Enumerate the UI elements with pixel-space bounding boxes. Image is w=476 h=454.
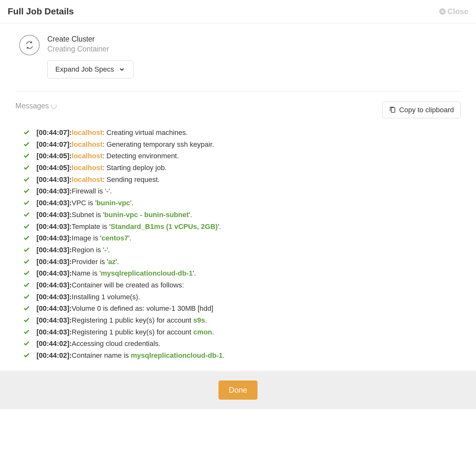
modal-content: Create Cluster Creating Container Expand… [0, 23, 476, 371]
message-timestamp: [00:44:03]: [36, 304, 72, 312]
message-timestamp: [00:44:03]: [36, 258, 72, 266]
check-icon [23, 352, 31, 361]
job-title: Create Cluster [47, 35, 133, 43]
check-icon [23, 211, 31, 221]
close-label: Close [448, 7, 468, 16]
message-item: [00:44:03]:Installing 1 volume(s). [23, 292, 461, 303]
message-body: [00:44:03]:Firewall is '-'. [36, 186, 461, 196]
modal-header: Full Job Details ✕ Close [0, 0, 476, 23]
message-body: [00:44:03]:Template is 'Standard_B1ms (1… [36, 222, 461, 231]
close-button[interactable]: ✕ Close [439, 7, 468, 16]
message-host: localhost [72, 152, 103, 160]
message-timestamp: [00:44:03]: [36, 269, 72, 277]
check-icon [23, 187, 31, 197]
message-timestamp: [00:44:03]: [36, 293, 72, 301]
message-timestamp: [00:44:03]: [36, 223, 72, 231]
check-icon [23, 223, 31, 232]
message-item: [00:44:03]:Image is 'centos7'. [23, 233, 461, 245]
message-item: [00:44:03]:Container will be created as … [23, 280, 461, 292]
message-item: [00:44:03]:Template is 'Standard_B1ms (1… [23, 221, 461, 233]
modal-footer: Done [0, 371, 476, 409]
message-body: [00:44:03]:VPC is 'bunin-vpc'. [36, 198, 461, 208]
message-timestamp: [00:44:05]: [36, 152, 72, 160]
check-icon [23, 141, 31, 150]
job-info: Create Cluster Creating Container Expand… [15, 35, 461, 91]
copy-label: Copy to clipboard [399, 106, 454, 114]
message-item: [00:44:03]:Volume 0 is defined as: volum… [23, 303, 461, 315]
message-host: localhost [72, 164, 103, 172]
message-item: [00:44:03]:VPC is 'bunin-vpc'. [23, 198, 461, 209]
message-timestamp: [00:44:02]: [36, 351, 72, 359]
job-status-icon [19, 35, 40, 55]
message-value: - [106, 187, 108, 195]
message-timestamp: [00:44:03]: [36, 246, 72, 254]
message-item: [00:44:02]:Container name is mysqlreplic… [23, 350, 461, 362]
close-icon: ✕ [439, 8, 446, 15]
message-item: [00:44:02]:Accessing cloud credentials. [23, 338, 461, 350]
job-subtitle: Creating Container [47, 45, 133, 53]
message-timestamp: [00:44:03]: [36, 316, 72, 324]
message-item: [00:44:03]:Subnet is 'bunin-vpc - bunin-… [23, 209, 461, 221]
done-button[interactable]: Done [218, 380, 257, 400]
message-item: [00:44:03]:Name is 'mysqlreplicationclou… [23, 268, 461, 280]
check-icon [23, 176, 31, 185]
message-body: [00:44:05]:localhost: Starting deploy jo… [36, 163, 461, 173]
check-icon [23, 328, 31, 338]
message-item: [00:44:03]:Registering 1 public key(s) f… [23, 327, 461, 339]
message-value: mysqlreplicationcloud-db-1 [131, 351, 223, 359]
message-body: [00:44:03]:localhost: Sending request. [36, 175, 461, 184]
message-timestamp: [00:44:07]: [36, 129, 72, 137]
message-body: [00:44:07]:localhost: Creating virtual m… [36, 128, 461, 137]
messages-header: Messages Copy to clipboard [15, 102, 461, 118]
message-body: [00:44:03]:Registering 1 public key(s) f… [36, 316, 461, 325]
copy-to-clipboard-button[interactable]: Copy to clipboard [382, 102, 461, 118]
message-timestamp: [00:44:03]: [36, 176, 72, 184]
message-item: [00:44:07]:localhost: Creating virtual m… [23, 127, 461, 139]
check-icon [23, 234, 31, 244]
check-icon [23, 317, 31, 326]
message-body: [00:44:03]:Provider is 'az'. [36, 257, 461, 267]
expand-job-specs-button[interactable]: Expand Job Specs [47, 60, 133, 78]
messages-list: [00:44:07]:localhost: Creating virtual m… [15, 127, 461, 362]
message-body: [00:44:07]:localhost: Generating tempora… [36, 140, 461, 149]
message-body: [00:44:02]:Accessing cloud credentials. [36, 339, 461, 348]
message-item: [00:44:03]:Provider is 'az'. [23, 256, 461, 268]
loading-spinner-icon [51, 103, 57, 109]
message-value: - [104, 246, 107, 254]
check-icon [23, 246, 31, 256]
check-icon [23, 305, 31, 314]
message-timestamp: [00:44:05]: [36, 164, 72, 172]
clipboard-icon [389, 106, 396, 114]
check-icon [23, 199, 31, 209]
message-body: [00:44:03]:Container will be created as … [36, 280, 461, 290]
message-timestamp: [00:44:03]: [36, 199, 72, 207]
message-timestamp: [00:44:02]: [36, 340, 72, 348]
message-body: [00:44:03]:Installing 1 volume(s). [36, 292, 461, 302]
chevron-down-icon [118, 66, 125, 73]
check-icon [23, 152, 31, 162]
message-value: Standard_B1ms (1 vCPUs, 2GB) [111, 223, 218, 231]
refresh-icon [25, 41, 34, 50]
message-timestamp: [00:44:03]: [36, 281, 72, 289]
message-body: [00:44:03]:Subnet is 'bunin-vpc - bunin-… [36, 210, 461, 220]
page-title: Full Job Details [8, 6, 74, 17]
message-body: [00:44:03]:Name is 'mysqlreplicationclou… [36, 269, 461, 278]
message-item: [00:44:03]:Registering 1 public key(s) f… [23, 315, 461, 327]
message-value: centos7 [102, 234, 128, 242]
message-timestamp: [00:44:07]: [36, 140, 72, 148]
message-host: localhost [72, 140, 103, 148]
message-body: [00:44:02]:Container name is mysqlreplic… [36, 351, 461, 360]
message-item: [00:44:07]:localhost: Generating tempora… [23, 139, 461, 151]
check-icon [23, 270, 31, 279]
check-icon [23, 293, 31, 303]
message-item: [00:44:03]:Firewall is '-'. [23, 186, 461, 198]
message-host: localhost [72, 176, 103, 184]
message-body: [00:44:03]:Image is 'centos7'. [36, 233, 461, 243]
check-icon [23, 281, 31, 291]
message-item: [00:44:05]:localhost: Detecting environm… [23, 151, 461, 162]
message-host: localhost [72, 129, 103, 137]
job-meta: Create Cluster Creating Container Expand… [47, 35, 133, 78]
message-item: [00:44:03]:Region is '-'. [23, 245, 461, 256]
check-icon [23, 258, 31, 268]
messages-label: Messages [15, 102, 57, 110]
